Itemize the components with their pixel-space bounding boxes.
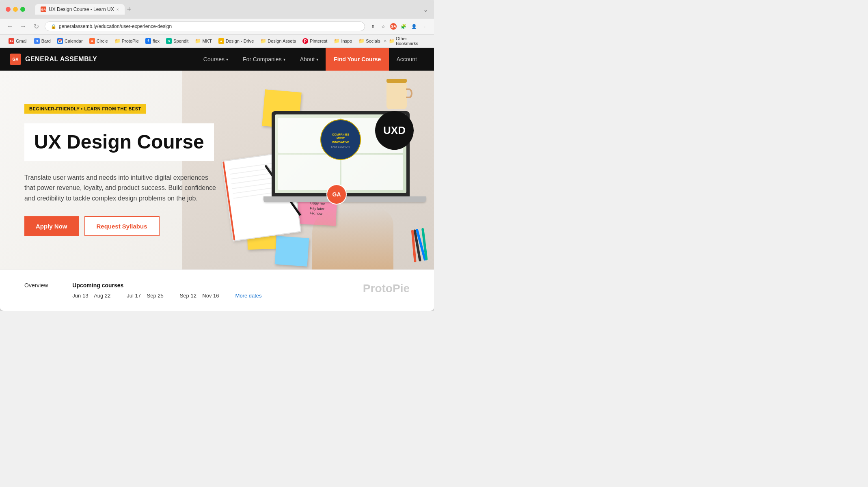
minimize-button[interactable] bbox=[13, 7, 18, 12]
other-bookmarks[interactable]: 📁 Other Bookmarks bbox=[389, 36, 428, 46]
nav-links: Courses ▾ For Companies ▾ About ▾ Find Y… bbox=[196, 48, 424, 71]
about-nav-item[interactable]: About ▾ bbox=[293, 48, 326, 71]
tab-favicon: GA bbox=[41, 6, 46, 12]
traffic-lights bbox=[6, 7, 25, 12]
bookmarks-bar: G Gmail B Bard 📅 Calendar ● Circle 📁 Pro… bbox=[0, 34, 434, 48]
course-date-2: Jul 17 – Sep 25 bbox=[127, 293, 163, 299]
bookmark-pinterest[interactable]: P Pinterest bbox=[300, 37, 330, 45]
other-bookmarks-icon: 📁 bbox=[389, 39, 395, 44]
bookmark-design-drive[interactable]: ▲ Design - Drive bbox=[216, 37, 257, 45]
other-bookmarks-label: Other Bookmarks bbox=[396, 36, 428, 46]
toolbar-icons: ⬆ ☆ GA 🧩 👤 ⋮ bbox=[369, 23, 428, 30]
find-course-button[interactable]: Find Your Course bbox=[326, 48, 389, 71]
uxd-badge: UXD bbox=[375, 111, 414, 150]
account-nav-item[interactable]: Account bbox=[389, 48, 424, 71]
logo-text: GENERAL ASSEMBLY bbox=[25, 56, 97, 63]
hero-badge: BEGINNER-FRIENDLY • LEARN FROM THE BEST bbox=[24, 104, 146, 114]
hero-description: Translate user wants and needs into intu… bbox=[24, 172, 219, 204]
active-tab[interactable]: GA UX Design Course - Learn UX × bbox=[35, 4, 125, 15]
extensions-icon[interactable]: 🧩 bbox=[400, 23, 407, 30]
browser-window: GA UX Design Course - Learn UX × + ⌄ ← →… bbox=[0, 0, 434, 311]
share-icon[interactable]: ⬆ bbox=[369, 23, 376, 30]
course-date-1: Jun 13 – Aug 22 bbox=[72, 293, 110, 299]
for-companies-nav-item[interactable]: For Companies ▾ bbox=[235, 48, 293, 71]
window-more-button[interactable]: ⌄ bbox=[423, 6, 428, 13]
for-companies-chevron-icon: ▾ bbox=[283, 57, 285, 62]
lock-icon: 🔒 bbox=[51, 24, 56, 29]
more-dates-link[interactable]: More dates bbox=[235, 293, 262, 299]
about-chevron-icon: ▾ bbox=[316, 57, 318, 62]
most-innovative-badge: COMPANIESMOSTINNOVATIVE FAST COMPANY bbox=[320, 119, 361, 160]
protopie-watermark: ProtoPie bbox=[363, 282, 410, 295]
new-tab-button[interactable]: + bbox=[127, 5, 132, 14]
extension-ga-icon[interactable]: GA bbox=[390, 23, 397, 30]
request-syllabus-button[interactable]: Request Syllabus bbox=[84, 216, 160, 236]
account-label: Account bbox=[396, 56, 417, 62]
url-text: generalassemb.ly/education/user-experien… bbox=[59, 24, 172, 29]
back-button[interactable]: ← bbox=[6, 23, 15, 30]
site-nav: GA GENERAL ASSEMBLY Courses ▾ For Compan… bbox=[0, 48, 434, 71]
bookmark-spendit[interactable]: S Spendit bbox=[163, 37, 191, 45]
bottom-section: Overview Upcoming courses Jun 13 – Aug 2… bbox=[0, 269, 434, 311]
sticky-note-blue bbox=[275, 236, 309, 266]
bookmark-icon[interactable]: ☆ bbox=[380, 23, 387, 30]
markers bbox=[410, 228, 428, 263]
upcoming-title: Upcoming courses bbox=[72, 282, 339, 289]
tab-bar: GA UX Design Course - Learn UX × + bbox=[35, 4, 420, 15]
courses-label: Courses bbox=[203, 56, 225, 62]
about-label: About bbox=[300, 56, 315, 62]
coffee-cup bbox=[383, 79, 410, 115]
bookmark-protopie[interactable]: 📁 ProtoPie bbox=[112, 37, 142, 45]
find-course-label: Find Your Course bbox=[334, 56, 381, 62]
tab-title: UX Design Course - Learn UX bbox=[49, 6, 114, 12]
hero-title: UX Design Course bbox=[34, 131, 204, 153]
apply-now-button[interactable]: Apply Now bbox=[24, 216, 79, 236]
course-date-3: Sep 12 – Nov 16 bbox=[180, 293, 219, 299]
bookmark-calendar[interactable]: 📅 Calendar bbox=[54, 37, 86, 45]
hero-buttons: Apply Now Request Syllabus bbox=[24, 216, 219, 236]
close-button[interactable] bbox=[6, 7, 11, 12]
maximize-button[interactable] bbox=[20, 7, 25, 12]
website-content: GA GENERAL ASSEMBLY Courses ▾ For Compan… bbox=[0, 48, 434, 311]
uxd-label: UXD bbox=[383, 124, 406, 137]
forward-button[interactable]: → bbox=[19, 23, 28, 30]
profile-icon[interactable]: 👤 bbox=[410, 23, 418, 30]
bookmark-socials[interactable]: 📁 Socials bbox=[356, 37, 383, 45]
menu-icon[interactable]: ⋮ bbox=[421, 23, 428, 30]
courses-chevron-icon: ▾ bbox=[226, 57, 228, 62]
bookmark-mkt[interactable]: 📁 MKT bbox=[192, 37, 214, 45]
bookmark-design-assets[interactable]: 📁 Design Assets bbox=[257, 37, 299, 45]
bookmark-gmail[interactable]: G Gmail bbox=[6, 37, 30, 45]
course-dates: Jun 13 – Aug 22 Jul 17 – Sep 25 Sep 12 –… bbox=[72, 293, 339, 299]
hero-title-box: UX Design Course bbox=[24, 123, 214, 161]
hero-content: BEGINNER-FRIENDLY • LEARN FROM THE BEST … bbox=[0, 84, 244, 257]
bookmark-inspo[interactable]: 📁 Inspo bbox=[331, 37, 355, 45]
title-bar: GA UX Design Course - Learn UX × + ⌄ bbox=[0, 0, 434, 19]
courses-nav-item[interactable]: Courses ▾ bbox=[196, 48, 235, 71]
logo-abbr: GA bbox=[13, 57, 19, 62]
url-bar[interactable]: 🔒 generalassemb.ly/education/user-experi… bbox=[45, 22, 365, 31]
upcoming-courses: Upcoming courses Jun 13 – Aug 22 Jul 17 … bbox=[72, 282, 339, 299]
bookmark-flex[interactable]: f flex bbox=[143, 37, 162, 45]
site-logo[interactable]: GA GENERAL ASSEMBLY bbox=[10, 54, 97, 65]
bookmarks-more-button[interactable]: » bbox=[384, 39, 386, 43]
logo-icon: GA bbox=[10, 54, 21, 65]
bookmark-circle[interactable]: ● Circle bbox=[86, 37, 111, 45]
overview-link[interactable]: Overview bbox=[24, 282, 48, 289]
ga-sticker: GA bbox=[326, 184, 347, 205]
hero-section: BEGINNER-FRIENDLY • LEARN FROM THE BEST … bbox=[0, 71, 434, 269]
tab-close-button[interactable]: × bbox=[117, 7, 119, 12]
reload-button[interactable]: ↻ bbox=[32, 23, 41, 30]
hand-writing-area bbox=[312, 209, 393, 269]
bookmark-bard[interactable]: B Bard bbox=[31, 37, 54, 45]
for-companies-label: For Companies bbox=[243, 56, 282, 62]
bottom-inner: Overview Upcoming courses Jun 13 – Aug 2… bbox=[24, 282, 410, 299]
address-bar: ← → ↻ 🔒 generalassemb.ly/education/user-… bbox=[0, 19, 434, 34]
